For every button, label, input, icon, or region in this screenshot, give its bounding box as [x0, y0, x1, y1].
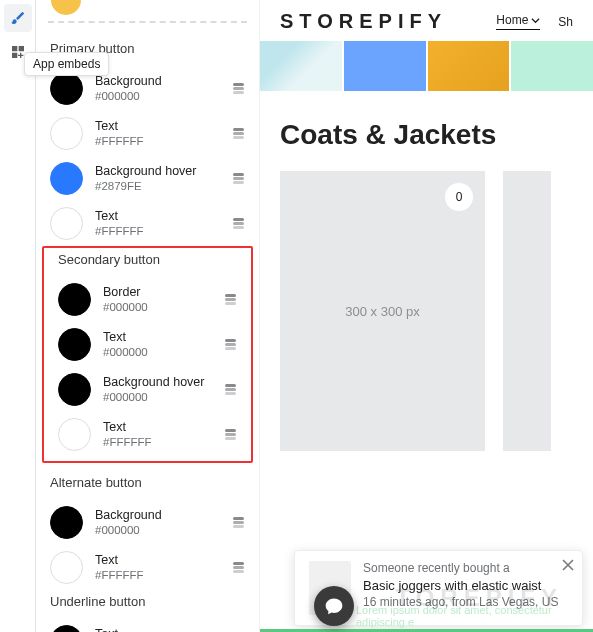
color-label: Text [95, 119, 231, 133]
popup-line1: Someone recently bought a [363, 561, 568, 577]
color-value: #000000 [103, 346, 223, 359]
color-swatch[interactable] [58, 328, 91, 361]
color-swatch[interactable] [50, 207, 83, 240]
nav-shop-link[interactable]: Sh [558, 15, 573, 29]
color-value: #000000 [103, 301, 223, 314]
section-title-alternate: Alternate button [36, 471, 259, 500]
store-preview: STOREPIFY Home Sh Coats & Jackets 300 x … [260, 0, 593, 632]
nav-home-link[interactable]: Home [496, 13, 540, 30]
color-label: Background [95, 74, 231, 88]
color-value: #000000 [103, 391, 223, 404]
layers-icon[interactable] [231, 83, 245, 94]
color-swatch[interactable] [58, 418, 91, 451]
color-row[interactable]: Text #FFFFFF [36, 201, 259, 246]
color-swatch[interactable] [50, 506, 83, 539]
color-labels: Text #000000 [91, 330, 223, 359]
section-title-secondary: Secondary button [44, 248, 251, 277]
color-labels: Text #FFFFFF [83, 553, 231, 582]
color-label: Text [95, 209, 231, 223]
color-swatch[interactable] [50, 162, 83, 195]
layers-icon[interactable] [223, 429, 237, 440]
color-value: #FFFFFF [103, 436, 223, 449]
layers-icon[interactable] [223, 339, 237, 350]
color-swatch[interactable] [50, 117, 83, 150]
color-labels: Background #000000 [83, 508, 231, 537]
color-labels: Border #000000 [91, 285, 223, 314]
color-label: Text [103, 420, 223, 434]
chevron-down-icon [531, 16, 540, 25]
color-row[interactable]: Border #000000 [44, 277, 251, 322]
color-swatch[interactable] [50, 625, 83, 632]
color-row[interactable]: Background #000000 [36, 500, 259, 545]
section-secondary-highlight: Secondary button Border #000000 Text #00… [42, 246, 253, 463]
color-row[interactable]: Text #FFFFFF [36, 111, 259, 156]
chat-icon [324, 596, 344, 616]
store-header: STOREPIFY Home Sh [260, 0, 593, 41]
color-value: #000000 [95, 524, 231, 537]
color-label: Text [95, 553, 231, 567]
color-value: #FFFFFF [95, 569, 231, 582]
store-logo[interactable]: STOREPIFY [280, 10, 447, 33]
color-label: Background [95, 508, 231, 522]
color-label: Text [103, 330, 223, 344]
color-value: #FFFFFF [95, 225, 231, 238]
product-grid: 300 x 300 px 0 [260, 171, 593, 451]
paint-icon [10, 10, 26, 26]
color-value: #2879FE [95, 180, 231, 193]
color-labels: Text #FFFFFF [83, 209, 231, 238]
chat-bubble-button[interactable] [314, 586, 354, 626]
nav-home-label: Home [496, 13, 528, 27]
color-labels: Text #FFFFFF [91, 420, 223, 449]
layers-icon[interactable] [223, 294, 237, 305]
placeholder-text: 300 x 300 px [345, 304, 419, 319]
color-labels: Background hover #2879FE [83, 164, 231, 193]
color-value: #FFFFFF [95, 135, 231, 148]
layers-icon[interactable] [231, 562, 245, 573]
color-row[interactable]: Text #FFFFFF [36, 545, 259, 590]
hero-banner [260, 41, 593, 91]
product-card[interactable] [503, 171, 551, 451]
layers-icon[interactable] [223, 384, 237, 395]
partial-swatch [51, 0, 81, 15]
rail-theme-button[interactable] [4, 4, 32, 32]
close-icon [562, 559, 574, 571]
section-divider [48, 21, 247, 23]
color-label: Border [103, 285, 223, 299]
color-row[interactable]: Text #000000 [44, 322, 251, 367]
popup-title[interactable]: Basic joggers with elastic waist [363, 578, 568, 595]
color-swatch[interactable] [58, 283, 91, 316]
editor-rail: App embeds [0, 0, 36, 632]
color-label: Background hover [103, 375, 223, 389]
color-labels: Text #000000 [83, 627, 231, 632]
rail-tooltip: App embeds [24, 52, 109, 76]
color-swatch[interactable] [50, 551, 83, 584]
color-row[interactable]: Text #FFFFFF [44, 412, 251, 457]
layers-icon[interactable] [231, 517, 245, 528]
color-swatch[interactable] [50, 72, 83, 105]
popup-close-button[interactable] [562, 557, 574, 575]
product-card[interactable]: 300 x 300 px 0 [280, 171, 485, 451]
color-label: Text [95, 627, 231, 632]
layers-icon[interactable] [231, 173, 245, 184]
layers-icon[interactable] [231, 128, 245, 139]
color-row[interactable]: Text #000000 [36, 619, 259, 632]
color-labels: Text #FFFFFF [83, 119, 231, 148]
settings-panel[interactable]: Primary button Background #000000 Text #… [36, 0, 260, 632]
color-row[interactable]: Background hover #2879FE [36, 156, 259, 201]
color-swatch[interactable] [58, 373, 91, 406]
store-nav: Home Sh [496, 13, 573, 30]
color-labels: Background hover #000000 [91, 375, 223, 404]
color-labels: Background #000000 [83, 74, 231, 103]
section-title-underline: Underline button [36, 590, 259, 619]
layers-icon[interactable] [231, 218, 245, 229]
page-title: Coats & Jackets [260, 91, 593, 171]
color-row[interactable]: Background hover #000000 [44, 367, 251, 412]
color-value: #000000 [95, 90, 231, 103]
popup-lorem: Lorem ipsum dolor sit amet, consectetur … [356, 604, 593, 628]
color-label: Background hover [95, 164, 231, 178]
wishlist-count-badge[interactable]: 0 [445, 183, 473, 211]
